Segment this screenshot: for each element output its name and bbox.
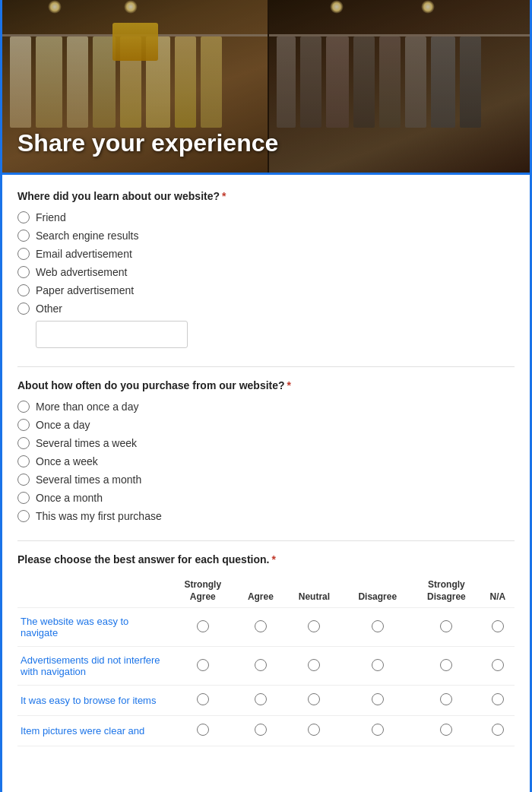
radio-easy-nav-agree[interactable] xyxy=(255,620,267,632)
form-container: Where did you learn about our website?* … xyxy=(2,175,530,787)
question-1-label: Where did you learn about our website?* xyxy=(17,190,515,202)
radio-other[interactable] xyxy=(17,303,30,315)
cell-pics-disagree[interactable] xyxy=(343,716,412,746)
radio-pics-strongly-agree[interactable] xyxy=(197,724,209,736)
cell-easy-nav-strongly-agree[interactable] xyxy=(169,608,236,647)
cell-ads-na[interactable] xyxy=(481,647,515,686)
option-email-ad[interactable]: Email advertisement xyxy=(17,248,515,260)
radio-friend[interactable] xyxy=(17,211,30,223)
cell-browse-strongly-agree[interactable] xyxy=(169,686,236,716)
table-row: Advertisements did not interfere with na… xyxy=(17,647,515,686)
radio-easy-nav-neutral[interactable] xyxy=(308,620,320,632)
radio-pics-strongly-disagree[interactable] xyxy=(440,724,452,736)
cell-easy-nav-na[interactable] xyxy=(481,608,515,647)
label-more-than-once-day: More than once a day xyxy=(36,401,138,413)
cell-browse-disagree[interactable] xyxy=(343,686,412,716)
cell-browse-neutral[interactable] xyxy=(285,686,343,716)
option-several-times-week[interactable]: Several times a week xyxy=(17,437,515,449)
question-1-section: Where did you learn about our website?* … xyxy=(17,190,515,348)
table-header-row: StronglyAgree Agree Neutral Disagree Str… xyxy=(17,575,515,608)
question-3-label: Please choose the best answer for each q… xyxy=(17,553,515,565)
other-text-input[interactable] xyxy=(36,321,188,348)
label-once-week: Once a week xyxy=(36,455,98,467)
label-once-day: Once a day xyxy=(36,419,90,431)
cell-easy-nav-neutral[interactable] xyxy=(285,608,343,647)
cell-pics-neutral[interactable] xyxy=(285,716,343,746)
table-row: Item pictures were clear and xyxy=(17,716,515,746)
question-2-section: About how often do you purchase from our… xyxy=(17,379,515,522)
cell-browse-agree[interactable] xyxy=(236,686,285,716)
radio-several-times-month[interactable] xyxy=(17,474,30,486)
option-paper-ad[interactable]: Paper advertisement xyxy=(17,284,515,296)
divider-2 xyxy=(17,540,515,541)
radio-easy-nav-disagree[interactable] xyxy=(372,620,384,632)
option-other[interactable]: Other xyxy=(17,303,515,315)
radio-pics-agree[interactable] xyxy=(255,724,267,736)
radio-browse-agree[interactable] xyxy=(255,693,267,705)
radio-first-purchase[interactable] xyxy=(17,510,30,522)
cell-browse-na[interactable] xyxy=(481,686,515,716)
label-first-purchase: This was my first purchase xyxy=(36,510,162,522)
cell-browse-strongly-disagree[interactable] xyxy=(412,686,481,716)
radio-ads-agree[interactable] xyxy=(255,659,267,671)
row-label-item-pictures: Item pictures were clear and xyxy=(17,716,169,746)
table-row: It was easy to browse for items xyxy=(17,686,515,716)
radio-ads-strongly-agree[interactable] xyxy=(197,659,209,671)
label-several-times-week: Several times a week xyxy=(36,437,137,449)
radio-browse-na[interactable] xyxy=(492,693,504,705)
cell-ads-strongly-agree[interactable] xyxy=(169,647,236,686)
radio-ads-disagree[interactable] xyxy=(372,659,384,671)
radio-web-ad[interactable] xyxy=(17,266,30,278)
radio-once-day[interactable] xyxy=(17,419,30,431)
radio-pics-na[interactable] xyxy=(492,724,504,736)
radio-paper-ad[interactable] xyxy=(17,284,30,296)
cell-easy-nav-agree[interactable] xyxy=(236,608,285,647)
radio-several-times-week[interactable] xyxy=(17,437,30,449)
label-several-times-month: Several times a month xyxy=(36,474,141,486)
option-friend[interactable]: Friend xyxy=(17,211,515,223)
option-several-times-month[interactable]: Several times a month xyxy=(17,474,515,486)
radio-easy-nav-strongly-disagree[interactable] xyxy=(440,620,452,632)
cell-pics-agree[interactable] xyxy=(236,716,285,746)
option-more-than-once-day[interactable]: More than once a day xyxy=(17,401,515,413)
cell-ads-agree[interactable] xyxy=(236,647,285,686)
ceiling-light-1 xyxy=(48,0,62,14)
radio-easy-nav-strongly-agree[interactable] xyxy=(197,620,209,632)
row-label-easy-browse: It was easy to browse for items xyxy=(17,686,169,716)
cell-pics-strongly-agree[interactable] xyxy=(169,716,236,746)
radio-search-engine[interactable] xyxy=(17,230,30,242)
radio-browse-strongly-agree[interactable] xyxy=(197,693,209,705)
option-once-day[interactable]: Once a day xyxy=(17,419,515,431)
radio-email-ad[interactable] xyxy=(17,248,30,260)
radio-pics-disagree[interactable] xyxy=(372,724,384,736)
radio-more-than-once-day[interactable] xyxy=(17,401,30,413)
radio-easy-nav-na[interactable] xyxy=(492,620,504,632)
radio-ads-neutral[interactable] xyxy=(308,659,320,671)
question-3-section: Please choose the best answer for each q… xyxy=(17,553,515,746)
option-search-engine[interactable]: Search engine results xyxy=(17,230,515,242)
radio-ads-strongly-disagree[interactable] xyxy=(440,659,452,671)
option-first-purchase[interactable]: This was my first purchase xyxy=(17,510,515,522)
radio-once-month[interactable] xyxy=(17,492,30,504)
radio-pics-neutral[interactable] xyxy=(308,724,320,736)
option-once-month[interactable]: Once a month xyxy=(17,492,515,504)
cell-ads-neutral[interactable] xyxy=(285,647,343,686)
radio-ads-na[interactable] xyxy=(492,659,504,671)
radio-browse-neutral[interactable] xyxy=(308,693,320,705)
radio-browse-strongly-disagree[interactable] xyxy=(440,693,452,705)
label-search-engine: Search engine results xyxy=(36,230,138,242)
option-web-ad[interactable]: Web advertisement xyxy=(17,266,515,278)
cell-easy-nav-strongly-disagree[interactable] xyxy=(412,608,481,647)
th-na: N/A xyxy=(481,575,515,608)
radio-once-week[interactable] xyxy=(17,455,30,467)
ceiling-light-2 xyxy=(124,0,138,14)
option-once-week[interactable]: Once a week xyxy=(17,455,515,467)
radio-browse-disagree[interactable] xyxy=(372,693,384,705)
photo-right xyxy=(269,0,532,173)
question-2-label: About how often do you purchase from our… xyxy=(17,379,515,391)
cell-pics-na[interactable] xyxy=(481,716,515,746)
cell-ads-disagree[interactable] xyxy=(343,647,412,686)
cell-pics-strongly-disagree[interactable] xyxy=(412,716,481,746)
cell-easy-nav-disagree[interactable] xyxy=(343,608,412,647)
cell-ads-strongly-disagree[interactable] xyxy=(412,647,481,686)
